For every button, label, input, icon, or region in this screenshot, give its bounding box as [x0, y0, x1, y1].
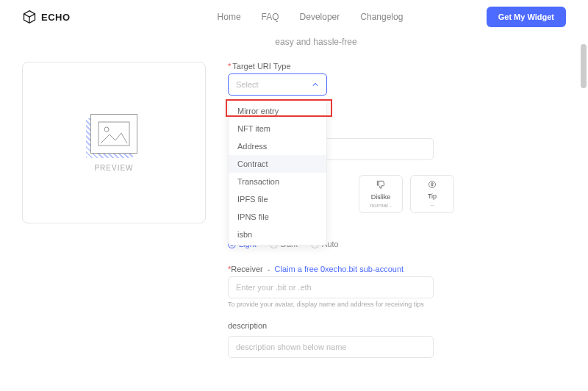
receiver-input[interactable] [228, 276, 434, 298]
dollar-icon [428, 180, 437, 191]
preview-label: PREVIEW [94, 164, 133, 172]
description-input[interactable] [228, 336, 434, 358]
get-widget-button[interactable]: Get My Widget [487, 7, 566, 27]
description-label: description [228, 321, 566, 330]
receiver-label: *Receiver - Claim a free 0xecho.bit sub-… [228, 265, 566, 273]
receiver-claim-link[interactable]: Claim a free 0xecho.bit sub-account [275, 265, 404, 273]
svg-rect-0 [98, 122, 129, 146]
nav-faq[interactable]: FAQ [262, 12, 279, 22]
nav: Home FAQ Developer Changelog [218, 12, 404, 22]
select-placeholder: Select [236, 80, 259, 89]
dropdown-item-ipfs-file[interactable]: IPFS file [229, 190, 326, 208]
preview-image [90, 114, 137, 154]
module-tip-title: Tip [428, 193, 437, 200]
module-tip-sub: -- [430, 201, 434, 208]
dropdown-item-address[interactable]: Address [229, 137, 326, 155]
cube-icon [22, 10, 37, 24]
target-uri-label: *Target URI Type [228, 62, 566, 71]
dropdown-item-ipns-file[interactable]: IPNS file [229, 208, 326, 226]
dropdown-item-transaction[interactable]: Transaction [229, 173, 326, 190]
target-uri-dropdown: Mirror entry NFT item Address Contract T… [228, 100, 327, 245]
target-uri-select[interactable]: Select [228, 73, 327, 96]
dropdown-item-contract[interactable]: Contract [229, 155, 326, 173]
nav-home[interactable]: Home [218, 12, 241, 22]
preview-panel: PREVIEW [22, 62, 206, 223]
thumbs-down-icon [376, 179, 386, 192]
nav-developer[interactable]: Developer [300, 12, 340, 22]
receiver-helper: To provide your avatar, display name and… [228, 301, 566, 308]
description-field: description [228, 321, 566, 358]
svg-point-1 [104, 127, 109, 132]
logo[interactable]: ECHO [22, 10, 71, 24]
header: ECHO Home FAQ Developer Changelog Get My… [0, 0, 588, 34]
logo-text: ECHO [41, 12, 71, 23]
module-dislike[interactable]: Dislike normal - [359, 175, 403, 213]
scrollbar[interactable] [581, 44, 587, 88]
content: PREVIEW *Target URI Type Select Mirror e… [0, 47, 588, 373]
chevron-up-icon [312, 81, 319, 88]
receiver-field: *Receiver - Claim a free 0xecho.bit sub-… [228, 260, 566, 308]
dropdown-item-nft-item[interactable]: NFT item [229, 120, 326, 137]
form-panel: *Target URI Type Select Mirror entry NFT… [228, 62, 566, 358]
target-uri-field: *Target URI Type Select [228, 62, 566, 96]
module-dislike-sub: normal - [370, 202, 391, 209]
tagline: easy and hassle-free [44, 37, 588, 47]
dropdown-item-isbn[interactable]: isbn [229, 226, 326, 243]
dropdown-item-mirror-entry[interactable]: Mirror entry [229, 102, 326, 120]
module-tip[interactable]: Tip -- [410, 175, 454, 213]
image-placeholder-icon [98, 121, 130, 146]
nav-changelog[interactable]: Changelog [360, 12, 403, 22]
module-dislike-title: Dislike [371, 193, 391, 201]
